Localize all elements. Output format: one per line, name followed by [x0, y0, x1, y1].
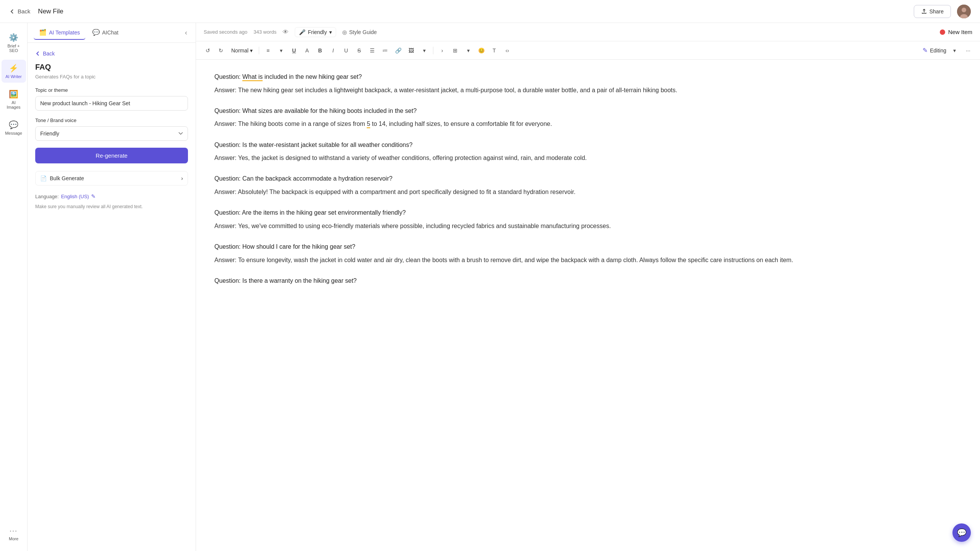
strikethrough-button[interactable]: S: [353, 45, 365, 56]
tone-form-group: Tone / Brand voice Friendly Professional…: [35, 117, 188, 141]
editing-chevron-button[interactable]: ▾: [949, 45, 960, 56]
align-options-button[interactable]: ▾: [275, 45, 287, 56]
faq-answer-3: Answer: Yes, the jacket is designed to w…: [214, 153, 962, 163]
bold-button[interactable]: B: [314, 45, 326, 56]
highlight-button[interactable]: A: [301, 45, 313, 56]
faq-item-5: Question: Are the items in the hiking ge…: [214, 208, 962, 231]
faq-question-2: Question: What sizes are available for t…: [214, 106, 962, 116]
toolbar-sep-2: [433, 47, 433, 54]
mic-icon: 🎤: [299, 29, 305, 35]
word-count: 343 words: [253, 29, 276, 35]
panel-body: Back FAQ Generates FAQs for a topic Topi…: [28, 43, 196, 551]
ai-images-icon: 🖼️: [9, 90, 18, 99]
table-options-button[interactable]: ▾: [462, 45, 474, 56]
back-button[interactable]: Back: [9, 8, 30, 15]
topic-label: Topic or theme: [35, 87, 188, 93]
disclaimer-text: Make sure you manually review all AI gen…: [35, 203, 188, 210]
tab-ai-templates[interactable]: 🗂️ AI Templates: [34, 26, 85, 40]
faq-answer-5: Answer: Yes, we've committed to using ec…: [214, 221, 962, 231]
faq-item-6: Question: How should I care for the hiki…: [214, 242, 962, 265]
faq-question-3: Question: Is the water-resistant jacket …: [214, 140, 962, 150]
italic-button[interactable]: I: [327, 45, 339, 56]
visibility-icon[interactable]: 👁: [283, 29, 289, 36]
tone-label: Tone / Brand voice: [35, 117, 188, 123]
tone-select[interactable]: Friendly Professional Casual Formal: [35, 126, 188, 141]
share-button[interactable]: Share: [914, 5, 951, 18]
faq-answer-4: Answer: Absolutely! The backpack is equi…: [214, 187, 962, 197]
main-layout: ⚙️ Brief + SEO ⚡ AI Writer 🖼️ AI Images …: [0, 23, 980, 551]
faq-question-4: Question: Can the backpack accommodate a…: [214, 174, 962, 184]
faq-question-6: Question: How should I care for the hiki…: [214, 242, 962, 252]
panel-collapse-button[interactable]: ‹: [183, 26, 189, 39]
faq-question-5: Question: Are the items in the hiking ge…: [214, 208, 962, 218]
faq-answer-2: Answer: The hiking boots come in a range…: [214, 119, 962, 129]
editor-top-bar: Saved seconds ago 343 words 👁 🎤 Friendly…: [196, 23, 980, 41]
aichat-tab-icon: 💬: [92, 29, 100, 36]
chat-bubble-icon: 💬: [957, 528, 967, 537]
underline2-button[interactable]: U: [340, 45, 352, 56]
regenerate-button[interactable]: Re-generate: [35, 148, 188, 163]
panel-back-button[interactable]: Back: [35, 51, 55, 57]
bulk-generate-row[interactable]: 📄 Bulk Generate ›: [35, 171, 188, 186]
image-options-button[interactable]: ▾: [418, 45, 430, 56]
text-style-selector[interactable]: Normal ▾: [228, 46, 256, 55]
top-nav: Back New File Share: [0, 0, 980, 23]
faq-item-1: Question: What is included in the new hi…: [214, 72, 962, 95]
ai-writer-icon: ⚡: [9, 64, 18, 73]
tab-aichat[interactable]: 💬 AIChat: [87, 26, 124, 40]
language-edit-icon[interactable]: ✎: [91, 193, 96, 199]
ai-templates-tab-icon: 🗂️: [39, 29, 47, 36]
answer-highlight-2: 5: [367, 121, 370, 128]
bulk-gen-left: 📄 Bulk Generate: [40, 175, 84, 181]
faq-question-1: Question: What is included in the new hi…: [214, 72, 962, 82]
sidebar-item-message[interactable]: 💬 Message: [2, 116, 26, 139]
topic-input[interactable]: [35, 96, 188, 111]
align-left-button[interactable]: ≡: [262, 45, 274, 56]
brief-seo-icon: ⚙️: [9, 33, 18, 42]
redo-button[interactable]: ↻: [215, 45, 227, 56]
table-button[interactable]: ⊞: [449, 45, 461, 56]
chevron-down-icon: ▾: [329, 29, 332, 35]
editor-content[interactable]: Question: What is included in the new hi…: [196, 60, 980, 551]
unordered-list-button[interactable]: ☰: [366, 45, 378, 56]
question-highlight-1: What is: [242, 73, 263, 81]
tone-selector[interactable]: 🎤 Friendly ▾: [295, 27, 336, 37]
code-button[interactable]: ‹›: [501, 45, 513, 56]
undo-button[interactable]: ↺: [202, 45, 214, 56]
style-guide-button[interactable]: ◎ Style Guide: [342, 29, 377, 35]
link-button[interactable]: 🔗: [392, 45, 404, 56]
editing-indicator: ✎ Editing ▾ ···: [923, 45, 974, 56]
faq-answer-6: Answer: To ensure longevity, wash the ja…: [214, 255, 962, 265]
editor-area: Saved seconds ago 343 words 👁 🎤 Friendly…: [196, 23, 980, 551]
toolbar-sep-1: [259, 47, 259, 54]
text-format-button[interactable]: T: [488, 45, 500, 56]
sidebar-item-ai-images[interactable]: 🖼️ AI Images: [2, 86, 26, 113]
editor-toolbar: ↺ ↻ Normal ▾ ≡ ▾ U A B I U S ☰ ≔ 🔗 🖼 ▾ ›…: [196, 41, 980, 60]
emoji-button[interactable]: 😊: [475, 45, 487, 56]
red-dot-indicator: [940, 29, 945, 35]
underline-button[interactable]: U: [288, 45, 300, 56]
language-row: Language: English (US) ✎: [35, 193, 188, 199]
sidebar-item-ai-writer[interactable]: ⚡ AI Writer: [2, 60, 26, 83]
edit-pencil-icon: ✎: [923, 47, 928, 54]
more-icon: ···: [10, 527, 18, 535]
language-link[interactable]: English (US): [61, 194, 89, 199]
ordered-list-button[interactable]: ≔: [379, 45, 391, 56]
chat-bubble-button[interactable]: 💬: [952, 523, 971, 542]
panel-section-desc: Generates FAQs for a topic: [35, 74, 188, 80]
message-icon: 💬: [9, 120, 18, 129]
topic-form-group: Topic or theme: [35, 87, 188, 111]
image-button[interactable]: 🖼: [405, 45, 417, 56]
icon-sidebar: ⚙️ Brief + SEO ⚡ AI Writer 🖼️ AI Images …: [0, 23, 28, 551]
sidebar-item-more[interactable]: ··· More: [2, 523, 26, 545]
faq-item-3: Question: Is the water-resistant jacket …: [214, 140, 962, 163]
chevron-right-icon: ›: [181, 175, 183, 181]
left-panel: 🗂️ AI Templates 💬 AIChat ‹ Back FAQ Gene…: [28, 23, 196, 551]
save-status: Saved seconds ago: [204, 29, 247, 35]
toolbar-overflow-button[interactable]: ···: [962, 45, 974, 56]
style-guide-icon: ◎: [342, 29, 347, 35]
sidebar-item-brief-seo[interactable]: ⚙️ Brief + SEO: [2, 29, 26, 57]
more-button[interactable]: ›: [436, 45, 448, 56]
avatar[interactable]: [957, 5, 971, 18]
faq-answer-1: Answer: The new hiking gear set includes…: [214, 85, 962, 95]
